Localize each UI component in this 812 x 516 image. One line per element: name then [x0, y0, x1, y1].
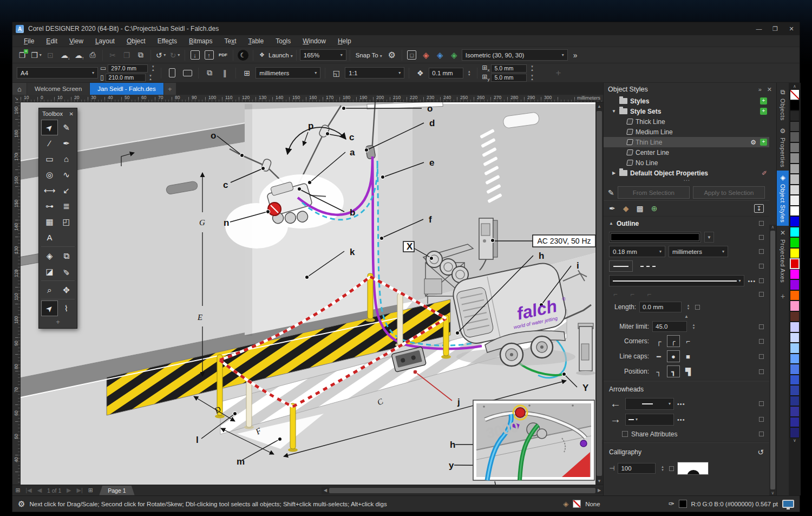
docker-expand-icon[interactable]: » [758, 86, 762, 93]
corner-presets-checkbox[interactable] [759, 292, 764, 297]
line-preview-checkbox[interactable] [759, 264, 764, 269]
pan-tool[interactable]: ✥ [58, 282, 75, 298]
color-swatch[interactable] [790, 110, 800, 121]
launch-dropdown[interactable]: Launch▾ [269, 52, 293, 58]
style-gear-icon[interactable]: ⚙ [750, 139, 756, 146]
copy-button[interactable]: ❐ [120, 49, 133, 62]
isometric-right-cube-icon[interactable]: ◈ [448, 49, 461, 62]
vertical-scrollbar[interactable]: ▲ ▼ [595, 102, 603, 485]
length-checkbox[interactable] [695, 305, 700, 310]
new-style-button[interactable]: + [760, 97, 767, 104]
color-swatch[interactable] [790, 164, 800, 174]
outline-position-2[interactable]: ▜ [682, 365, 695, 377]
add-page-icon-2[interactable]: ⊞ [85, 487, 96, 494]
docker-tab-objects[interactable]: ⧉Objects [777, 85, 789, 124]
arrow-line-tool[interactable]: ↙ [58, 182, 75, 198]
style-item-no-line[interactable]: No Line [604, 158, 769, 168]
color-swatch[interactable] [790, 406, 800, 417]
save-button[interactable]: ⊡ [44, 49, 57, 62]
shape-recognition-tool[interactable]: ◰ [58, 214, 75, 230]
snap-to-dropdown[interactable]: Snap To▾ [353, 52, 384, 58]
export-button[interactable]: ↑ [202, 49, 215, 62]
style-item-medium-line[interactable]: Medium Line [604, 127, 769, 137]
from-selection-button[interactable]: From Selection [618, 186, 690, 199]
outline-color-caret[interactable]: ▼ [704, 232, 714, 243]
color-swatch[interactable] [790, 375, 800, 386]
docker-close-icon[interactable]: ✕ [767, 86, 772, 93]
menu-object[interactable]: Object [121, 37, 152, 45]
color-swatch[interactable] [790, 142, 800, 153]
text-tool[interactable]: A [41, 230, 58, 245]
add-docker-button[interactable]: + [781, 292, 785, 301]
scroll-down-icon[interactable]: ▼ [595, 477, 603, 485]
color-swatch[interactable] [790, 279, 800, 290]
tab-document[interactable]: Jan Seidl - Falch.des [90, 83, 163, 95]
miter-checkbox[interactable] [759, 324, 764, 329]
vertical-scroll-thumb[interactable] [597, 111, 602, 476]
connector-tool[interactable]: ⊶ [41, 198, 58, 214]
style-item-thick-line[interactable]: Thick Line [604, 116, 769, 127]
docker-scroll-up-icon[interactable]: ∧ [771, 225, 775, 230]
curve-tool[interactable]: ∿ [58, 167, 75, 182]
edit-defaults-icon[interactable]: ✐ [762, 169, 767, 177]
style-edit-icon[interactable]: ✎ [608, 188, 614, 197]
length-field[interactable]: 0.0 mm [639, 302, 682, 312]
palette-scroll-up[interactable]: ∧ [793, 84, 796, 89]
two-point-line-tool[interactable]: ∕ [41, 135, 58, 151]
outline-swatch[interactable] [679, 500, 687, 508]
color-swatch[interactable] [790, 195, 800, 206]
tab-welcome-screen[interactable]: Welcome Screen [27, 83, 89, 95]
end-arrowhead-combo[interactable]: ▾ [625, 414, 674, 426]
share-attributes-right-checkbox[interactable] [759, 432, 764, 436]
document-color-settings-icon[interactable] [782, 500, 794, 508]
section-collapse-arrow[interactable]: ▲ [604, 314, 769, 319]
color-swatch[interactable] [790, 311, 800, 322]
fill-icon[interactable]: ◆ [623, 204, 629, 213]
zoom-level-combo[interactable]: 165%▾ [300, 49, 346, 61]
toolbox-add-button[interactable]: + [39, 317, 77, 326]
menu-table[interactable]: Table [243, 37, 270, 45]
docker-scroll-down-icon[interactable]: ∨ [771, 491, 775, 495]
page-width-field[interactable]: 297.0 mm [108, 64, 148, 73]
transparency-icon[interactable]: ▩ [637, 204, 644, 213]
open-button[interactable]: ❒▾ [30, 49, 43, 62]
color-swatch[interactable] [790, 206, 800, 217]
first-page-icon[interactable]: |◀ [23, 487, 34, 494]
line-cap-2[interactable]: ■ [682, 350, 695, 362]
vertical-ruler[interactable]: 1901801701601501401301201101009080706050… [12, 102, 21, 485]
color-swatch[interactable] [790, 385, 800, 396]
outline-position-0[interactable]: ┐ [652, 365, 665, 377]
style-item-thin-line[interactable]: Thin Line⚙+ [604, 137, 769, 147]
pick-tool-2[interactable]: ➤ [41, 301, 58, 316]
import-style-icon[interactable]: ↧ [754, 204, 764, 213]
cut-button[interactable]: ✂ [106, 49, 119, 62]
dup-y-spinner[interactable]: ▾▴ [528, 74, 535, 81]
redo-button[interactable]: ↻▾ [168, 49, 181, 62]
shape-edit-tool[interactable]: ✎ [58, 120, 75, 135]
color-swatch[interactable] [790, 322, 800, 332]
style-item-styles[interactable]: Styles+ [604, 96, 769, 106]
style-item-style-sets[interactable]: ▼Style Sets+ [604, 106, 769, 116]
outline-pen-icon[interactable]: ✒ [609, 204, 615, 213]
nib-shape-preview[interactable] [677, 462, 709, 475]
docker-tab-projected-axes[interactable]: ✕Projected Axes [777, 226, 789, 286]
end-arrowhead-checkbox[interactable] [759, 417, 764, 422]
get-from-cloud-button[interactable]: ☁↓ [58, 49, 71, 62]
stretch-spinner[interactable]: ▴▾ [659, 465, 666, 472]
table-tool[interactable]: ▦ [41, 214, 58, 230]
color-swatch[interactable] [790, 216, 800, 227]
parallel-lines-tool[interactable]: ≣ [58, 198, 75, 214]
color-swatch[interactable] [790, 427, 800, 438]
color-swatch[interactable] [790, 100, 800, 111]
dimension-tool[interactable]: ⟷ [41, 182, 58, 198]
start-arrowhead-more-button[interactable]: ••• [677, 401, 685, 407]
menu-window[interactable]: Window [297, 37, 332, 45]
projection-combo[interactable]: Isometric (30, 90, 30)▾ [462, 49, 568, 61]
position-checkbox[interactable] [759, 369, 764, 374]
coreldraw-app-button[interactable]: ☾ [237, 49, 250, 62]
line-dashed-preview[interactable] [636, 260, 660, 272]
outline-color-picker[interactable] [609, 232, 701, 243]
style-item-center-line[interactable]: Center Line [604, 147, 769, 158]
color-swatch[interactable] [790, 354, 800, 364]
miter-spinner[interactable]: ▴▾ [690, 323, 697, 330]
